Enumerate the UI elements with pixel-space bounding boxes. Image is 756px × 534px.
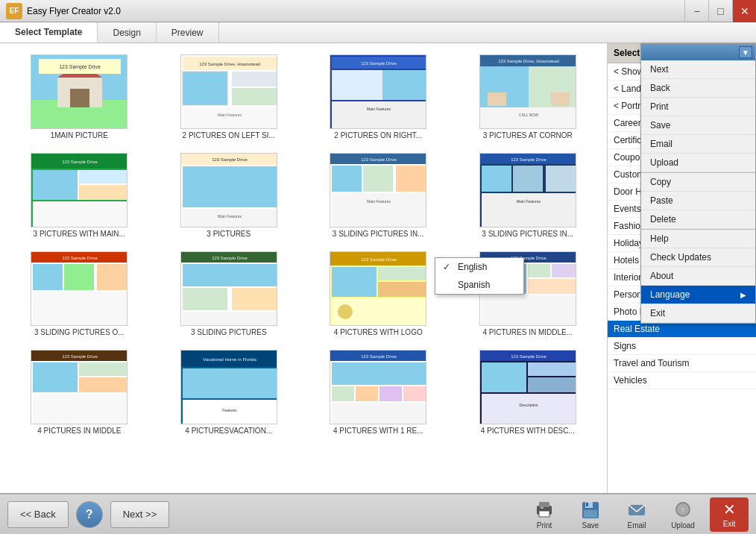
menu-item-language[interactable]: Language▶ — [641, 286, 755, 304]
template-label: 3 SLIDING PICTURES IN... — [482, 230, 573, 238]
exit-icon: ✕ — [723, 500, 736, 518]
help-button[interactable]: ? — [76, 501, 103, 528]
menu-item-help[interactable]: Help — [641, 229, 755, 248]
email-icon — [625, 499, 649, 520]
svg-rect-30 — [488, 92, 506, 106]
svg-rect-60 — [482, 193, 576, 227]
svg-text:123 Sample Drive: 123 Sample Drive — [361, 354, 397, 359]
svg-rect-75 — [183, 312, 277, 325]
template-item[interactable]: 123 Sample Drive Description 4 PICTURES … — [456, 346, 600, 439]
svg-rect-91 — [482, 295, 576, 325]
back-button[interactable]: << Back — [7, 501, 69, 528]
svg-text:Main Features: Main Features — [517, 199, 541, 204]
template-item[interactable]: 123 Sample Drive Main Features 2 PICTURE… — [306, 51, 450, 143]
exit-icon-button[interactable]: ✕ Exit — [710, 497, 749, 532]
close-button[interactable]: ✕ — [732, 0, 756, 22]
menu-item-about[interactable]: About — [641, 267, 755, 286]
svg-rect-12 — [232, 72, 277, 87]
menu-item-exit[interactable]: Exit — [641, 304, 755, 323]
template-label: 4 PICTURES IN MIDDLE — [37, 427, 121, 435]
svg-rect-125 — [541, 507, 544, 509]
template-thumb: 123 Sample Drive — [180, 251, 277, 326]
svg-rect-66 — [64, 264, 94, 290]
svg-rect-79 — [332, 267, 377, 297]
category-item[interactable]: Signs — [608, 338, 756, 355]
template-item[interactable]: 123 Sample Drive 4 PICTURES IN MIDDLE — [7, 346, 151, 439]
svg-rect-108 — [332, 362, 426, 385]
svg-rect-117 — [482, 362, 526, 392]
template-item[interactable]: Vacational Home in Florida Features 4 PI… — [157, 346, 301, 439]
maximize-button[interactable]: □ — [708, 0, 732, 22]
window-controls: − □ ✕ — [684, 0, 756, 22]
svg-rect-52 — [332, 193, 426, 227]
template-item[interactable]: 123 Sample Drive, Hoamstead CALL NOW 3 P… — [456, 51, 600, 143]
svg-rect-96 — [79, 362, 127, 376]
svg-rect-58 — [513, 166, 543, 192]
template-label: 3 SLIDING PICTURES O... — [34, 328, 125, 336]
menu-item-delete[interactable]: Delete — [641, 210, 755, 229]
upload-icon-button[interactable]: ↑ Upload — [664, 497, 702, 532]
save-icon — [579, 499, 602, 520]
svg-rect-38 — [79, 185, 127, 200]
svg-rect-36 — [33, 170, 78, 200]
svg-rect-89 — [552, 264, 576, 277]
template-item[interactable]: 123 Sample Drive 4 PICTURES WITH 1 RE... — [306, 346, 450, 439]
lang-submenu-panel: ✓EnglishSpanish — [435, 257, 524, 295]
template-label: 3 PICTURES — [207, 230, 251, 238]
menu-item-paste[interactable]: Paste — [641, 192, 755, 210]
menu-collapse-button[interactable]: ▼ — [739, 46, 752, 58]
menu-item-save[interactable]: Save — [641, 116, 755, 135]
email-icon-button[interactable]: Email — [617, 497, 656, 532]
template-item[interactable]: 123 Sample Drive, Hoamstead Main Feature… — [157, 51, 301, 143]
menu-item-back[interactable]: Back — [641, 79, 755, 98]
svg-rect-113 — [332, 403, 426, 424]
navbar: Select Template Design Preview — [0, 22, 756, 43]
save-icon-button[interactable]: Save — [571, 497, 610, 532]
lang-item-english[interactable]: ✓English — [435, 258, 523, 276]
template-label: 4 PICTURES WITH LOGO — [334, 328, 423, 336]
menu-item-upload[interactable]: Upload — [641, 154, 755, 172]
template-thumb: 123 Sample Drive — [330, 350, 426, 424]
template-label: 4 PICTURES IN MIDDLE... — [482, 328, 573, 336]
context-menu: ▼ NextBackPrintSaveEmailUploadCopyPasteD… — [640, 43, 756, 324]
svg-rect-37 — [79, 170, 127, 183]
svg-text:123 Sample Drive: 123 Sample Drive — [62, 256, 98, 260]
svg-rect-72 — [183, 264, 277, 286]
template-thumb: 123 Sample Drive, Hoamstead Main Feature… — [180, 54, 277, 129]
svg-text:CALL NOW: CALL NOW — [519, 113, 538, 117]
template-item[interactable]: 123 Sample Drive 1MAIN PICTURE — [7, 51, 151, 143]
category-item[interactable]: Travel and Tourism — [608, 355, 756, 372]
menu-item-copy[interactable]: Copy — [641, 172, 755, 192]
template-item[interactable]: 123 Sample Drive Main Features 3 SLIDING… — [306, 149, 450, 242]
menu-item-next[interactable]: Next — [641, 60, 755, 79]
svg-rect-102 — [183, 368, 277, 398]
tab-preview[interactable]: Preview — [157, 22, 219, 43]
menu-item-print[interactable]: Print — [641, 98, 755, 116]
next-button[interactable]: Next >> — [110, 501, 170, 528]
svg-rect-118 — [528, 362, 576, 376]
template-item[interactable]: 123 Sample Drive 3 SLIDING PICTURES — [157, 248, 301, 340]
template-item[interactable]: 123 Sample Drive 3 PICTURES WITH MAIN... — [7, 149, 151, 242]
tab-design[interactable]: Design — [98, 22, 156, 43]
template-thumb: 123 Sample Drive — [330, 251, 426, 326]
menu-item-email[interactable]: Email — [641, 135, 755, 154]
template-item[interactable]: 123 Sample Drive Main Features 3 SLIDING… — [456, 149, 600, 242]
template-item[interactable]: 123 Sample Drive 4 PICTURES WITH LOGO — [306, 248, 450, 340]
tab-select-template[interactable]: Select Template — [0, 22, 98, 43]
svg-text:123 Sample Drive: 123 Sample Drive — [511, 354, 546, 359]
category-item[interactable]: Vehicles — [608, 372, 756, 389]
svg-text:123 Sample Drive, Hoamstead: 123 Sample Drive, Hoamstead — [498, 59, 559, 63]
lang-item-spanish[interactable]: Spanish — [435, 276, 523, 294]
print-icon-button[interactable]: Print — [525, 497, 564, 532]
svg-rect-80 — [378, 267, 426, 280]
app-title: Easy Flyer Creator v2.0 — [27, 6, 121, 16]
svg-rect-97 — [79, 377, 127, 392]
template-item[interactable]: 123 Sample Drive Main Features 3 PICTURE… — [157, 149, 301, 242]
menu-item-check-updates[interactable]: Check Updates — [641, 248, 755, 267]
svg-text:123 Sample Drive: 123 Sample Drive — [212, 157, 248, 162]
svg-text:123 Sample Drive, Hoamstead: 123 Sample Drive, Hoamstead — [199, 62, 260, 66]
template-item[interactable]: 123 Sample Drive 3 SLIDING PICTURES O... — [7, 248, 151, 340]
minimize-button[interactable]: − — [684, 0, 708, 22]
svg-rect-51 — [396, 166, 426, 192]
template-label: 2 PICTURES ON RIGHT... — [334, 131, 422, 139]
